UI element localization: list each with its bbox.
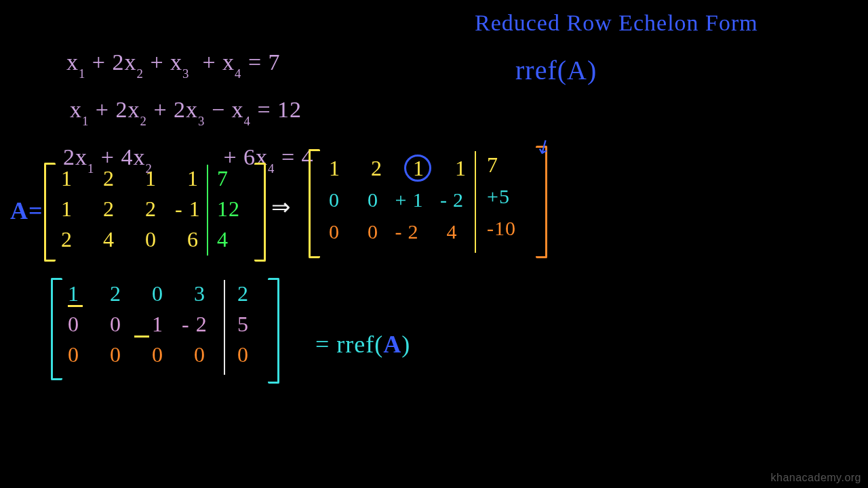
matrix-a-aug-3: 4 — [217, 227, 229, 252]
pivot-underline-1 — [68, 305, 83, 307]
matrix-c-row-3: 0 0 0 0 — [68, 342, 212, 367]
matrix-b-row-1: 1 2 1 1 — [329, 156, 473, 181]
matrix-c-aug-3: 0 — [237, 342, 249, 367]
matrix-b-aug-3: -10 — [487, 217, 516, 240]
pivot-circle-icon — [404, 155, 431, 182]
matrix-b-bracket-left — [309, 149, 320, 258]
matrix-c-augbar — [224, 280, 225, 375]
matrix-a-row-3: 2 4 0 6 — [61, 227, 205, 252]
matrix-c-bracket-right — [268, 278, 279, 384]
matrix-c-row-2: 0 0 1 -2 — [68, 312, 214, 337]
matrix-b-aug-2: +5 — [487, 185, 510, 208]
matrix-c-bracket-left — [51, 278, 62, 380]
matrix-a-bracket-right — [254, 163, 266, 262]
watermark: khanacademy.org — [771, 472, 862, 484]
matrix-a-aug-1: 7 — [217, 166, 229, 191]
matrix-b-aug-1: 7 — [487, 152, 498, 178]
matrix-a-row-1: 1 2 1 1 — [61, 166, 205, 191]
matrix-a-aug-2: 12 — [217, 197, 240, 222]
matrix-b-bracket-right — [536, 146, 547, 258]
title-line-2: rref(A) — [515, 54, 597, 86]
matrix-a-augbar — [207, 165, 208, 256]
annotation-arrow-icon: ↙ — [531, 133, 555, 160]
matrix-c-aug-2: 5 — [237, 312, 249, 337]
matrix-b-row-3: 0 0 -2 4 — [329, 220, 463, 243]
pivot-underline-2 — [134, 336, 149, 338]
matrix-c-row-1: 1 2 0 3 — [68, 281, 212, 306]
matrix-a-bracket-left — [44, 163, 56, 262]
implies-arrow: ⇒ — [271, 193, 291, 220]
matrix-b-augbar — [475, 151, 476, 253]
matrix-a-label: A= — [10, 197, 43, 225]
matrix-a-row-2: 1 2 2 -1 — [61, 197, 207, 222]
blackboard: Reduced Row Echelon Form rref(A) x1 + 2x… — [0, 0, 868, 488]
matrix-c-aug-1: 2 — [237, 281, 249, 306]
rref-result-label: = rref(A) — [288, 302, 410, 387]
title-line-1: Reduced Row Echelon Form — [475, 10, 758, 36]
matrix-b-row-2: 0 0 +1 -2 — [329, 188, 469, 211]
